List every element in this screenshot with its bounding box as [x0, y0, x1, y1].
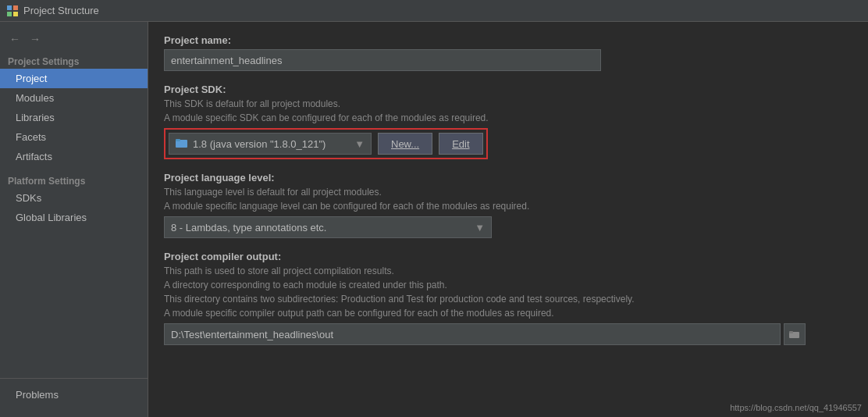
forward-arrow[interactable]: → — [27, 31, 44, 47]
language-desc2: A module specific language level can be … — [164, 201, 852, 212]
language-dropdown-arrow-icon: ▼ — [475, 222, 485, 233]
back-arrow[interactable]: ← — [6, 31, 23, 47]
sdk-folder-icon — [176, 137, 188, 151]
language-value: 8 - Lambdas, type annotations etc. — [171, 222, 326, 233]
sdk-new-button[interactable]: New... — [378, 133, 432, 155]
project-settings-section: Project Settings Project Modules Librari… — [0, 50, 148, 169]
compiler-desc3: This directory contains two subdirectori… — [164, 294, 852, 305]
compiler-output-input[interactable] — [164, 323, 781, 345]
compiler-output-section: Project compiler output: This path is us… — [164, 251, 852, 345]
project-language-label: Project language level: — [164, 172, 852, 184]
svg-rect-2 — [7, 12, 12, 16]
language-dropdown[interactable]: 8 - Lambdas, type annotations etc. ▼ — [164, 216, 492, 238]
svg-rect-1 — [13, 5, 18, 10]
watermark: https://blog.csdn.net/qq_41946557 — [730, 403, 862, 412]
language-desc1: This language level is default for all p… — [164, 187, 852, 198]
problems-section: Problems — [0, 378, 148, 411]
sidebar-item-global-libraries[interactable]: Global Libraries — [0, 208, 148, 227]
sidebar: ← → Project Settings Project Modules Lib… — [0, 22, 148, 417]
sdk-desc1: This SDK is default for all project modu… — [164, 98, 852, 109]
sidebar-item-sdks[interactable]: SDKs — [0, 188, 148, 208]
sdk-desc2: A module specific SDK can be configured … — [164, 112, 852, 123]
project-sdk-section: Project SDK: This SDK is default for all… — [164, 84, 852, 159]
sidebar-item-problems[interactable]: Problems — [0, 385, 148, 405]
platform-settings-header: Platform Settings — [0, 173, 148, 188]
sidebar-item-modules[interactable]: Modules — [0, 88, 148, 108]
main-layout: ← → Project Settings Project Modules Lib… — [0, 22, 868, 417]
svg-rect-3 — [13, 12, 18, 16]
compiler-browse-button[interactable] — [784, 323, 806, 345]
sdk-row: 1.8 (java version "1.8.0_121") ▼ New... … — [164, 128, 488, 159]
platform-settings-section: Platform Settings SDKs Global Libraries — [0, 169, 148, 230]
sidebar-item-facets[interactable]: Facets — [0, 127, 148, 147]
svg-rect-0 — [7, 5, 12, 10]
sdk-dropdown-arrow-icon: ▼ — [354, 138, 365, 150]
project-sdk-label: Project SDK: — [164, 84, 852, 95]
compiler-desc4: A module specific compiler output path c… — [164, 308, 852, 319]
sdk-edit-button[interactable]: Edit — [439, 133, 482, 155]
title-bar: Project Structure — [0, 0, 868, 22]
project-name-input[interactable] — [164, 49, 601, 71]
svg-rect-7 — [789, 331, 793, 333]
sidebar-item-libraries[interactable]: Libraries — [0, 108, 148, 127]
title-bar-text: Project Structure — [23, 5, 99, 16]
compiler-desc1: This path is used to store all project c… — [164, 266, 852, 276]
sidebar-item-project[interactable]: Project — [0, 69, 148, 88]
project-name-label: Project name: — [164, 34, 852, 46]
project-name-section: Project name: — [164, 34, 852, 71]
project-language-level-section: Project language level: This language le… — [164, 172, 852, 238]
app-icon — [6, 5, 19, 17]
content-area: Project name: Project SDK: This SDK is d… — [148, 22, 868, 417]
project-settings-header: Project Settings — [0, 53, 148, 69]
sdk-dropdown[interactable]: 1.8 (java version "1.8.0_121") ▼ — [169, 133, 372, 155]
sdk-value: 1.8 (java version "1.8.0_121") — [193, 138, 326, 150]
compiler-output-label: Project compiler output: — [164, 251, 852, 262]
nav-arrows: ← → — [0, 28, 148, 50]
sidebar-item-artifacts[interactable]: Artifacts — [0, 147, 148, 166]
svg-rect-5 — [176, 139, 180, 141]
compiler-desc2: A directory corresponding to each module… — [164, 280, 852, 290]
